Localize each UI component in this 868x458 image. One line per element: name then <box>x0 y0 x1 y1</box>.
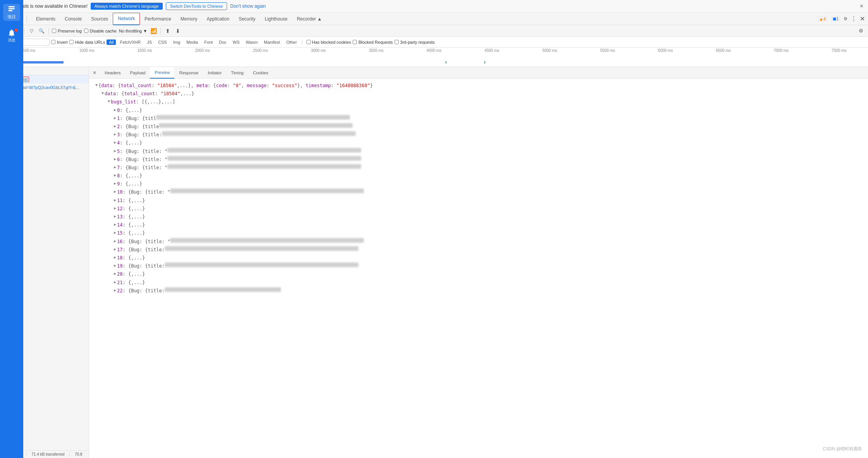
json-item-2: ▶ 2 : {Bug: {title <box>95 123 862 131</box>
inspector-tab-initiator[interactable]: Initiator <box>203 67 226 79</box>
item-1-index: 1 <box>117 115 120 122</box>
network-settings-icon[interactable]: ⚙ <box>857 27 865 35</box>
inspector-tab-timing[interactable]: Timing <box>226 67 248 79</box>
third-party-label[interactable]: 3rd-party requests <box>394 40 435 45</box>
item-6-triangle[interactable]: ▶ <box>114 156 116 162</box>
tab-elements[interactable]: Elements <box>31 13 60 25</box>
hide-data-urls-checkbox[interactable] <box>69 40 74 44</box>
tab-console[interactable]: Console <box>60 13 86 25</box>
search-button[interactable]: 🔍 <box>38 27 45 35</box>
item-20-triangle[interactable]: ▶ <box>114 271 116 277</box>
item-7-triangle[interactable]: ▶ <box>114 164 116 170</box>
item-9-triangle[interactable]: ▶ <box>114 180 116 187</box>
filter-manifest-btn[interactable]: Manifest <box>262 39 282 45</box>
wifi-icon[interactable]: 📶 <box>150 27 157 35</box>
hide-data-urls-label[interactable]: Hide data URLs <box>69 40 105 45</box>
item-16-blurred <box>170 238 364 243</box>
item-16-triangle[interactable]: ▶ <box>114 238 116 244</box>
item-19-triangle[interactable]: ▶ <box>114 262 116 269</box>
item-4-triangle[interactable]: ▶ <box>114 139 116 146</box>
filter-other-btn[interactable]: Other <box>284 39 300 45</box>
item-2-triangle[interactable]: ▶ <box>114 123 116 129</box>
throttle-select[interactable]: No throttling ▼ <box>119 29 147 33</box>
more-options-icon[interactable]: ⋮ <box>851 15 857 22</box>
item-3-colon: : {Bug: {title: <box>120 131 162 139</box>
item-9-index: 9 <box>117 180 120 188</box>
close-devtools-icon[interactable]: ✕ <box>860 15 865 22</box>
item-18-colon: : {,...} <box>122 254 145 262</box>
third-party-checkbox[interactable] <box>394 40 399 44</box>
filter-img-btn[interactable]: Img <box>171 39 183 45</box>
import-icon[interactable]: ⬆ <box>164 27 172 35</box>
has-blocked-label[interactable]: Has blocked cookies <box>307 40 351 45</box>
filter-fetch-btn[interactable]: Fetch/XHR <box>117 39 143 45</box>
item-0-triangle[interactable]: ▶ <box>114 107 116 113</box>
filter-js-btn[interactable]: JS <box>145 39 154 45</box>
has-blocked-checkbox[interactable] <box>307 40 311 44</box>
item-14-triangle[interactable]: ▶ <box>114 221 116 228</box>
disable-cache-checkbox[interactable] <box>84 29 88 33</box>
invert-checkbox[interactable] <box>51 40 55 44</box>
filter-doc-btn[interactable]: Doc <box>217 39 229 45</box>
inspector-close-icon[interactable]: ✕ <box>91 69 98 77</box>
settings-icon[interactable]: ⚙ <box>844 16 847 21</box>
json-item-10: ▶ 10 : {Bug: {title: " <box>95 188 862 196</box>
bugs-list-triangle[interactable]: ▼ <box>108 98 110 105</box>
item-8-triangle[interactable]: ▶ <box>114 172 116 178</box>
tab-security[interactable]: Security <box>234 13 260 25</box>
filter-font-btn[interactable]: Font <box>202 39 215 45</box>
filter-icon[interactable]: ▽ <box>28 27 35 35</box>
item-12-triangle[interactable]: ▶ <box>114 205 116 211</box>
tab-recorder[interactable]: Recorder ▲ <box>292 13 327 25</box>
item-15-colon: : {,...} <box>122 230 145 237</box>
item-13-triangle[interactable]: ▶ <box>114 213 116 220</box>
item-15-triangle[interactable]: ▶ <box>114 230 116 236</box>
item-10-triangle[interactable]: ▶ <box>114 189 116 195</box>
inspector-tab-headers[interactable]: Headers <box>100 67 126 79</box>
root-triangle[interactable]: ▼ <box>95 82 98 88</box>
banner-close-icon[interactable]: × <box>860 3 863 10</box>
timeline-label-1500: 1500 ms <box>116 48 174 53</box>
inspector-tab-preview[interactable]: Preview <box>150 67 174 79</box>
blocked-requests-checkbox[interactable] <box>353 40 357 44</box>
timeline-label-5000: 5000 ms <box>521 48 579 53</box>
filter-media-btn[interactable]: Media <box>184 39 200 45</box>
item-20-index: 20 <box>117 271 122 278</box>
sidebar-project-icon[interactable]: 项目 <box>3 4 20 21</box>
sidebar-notification[interactable]: 消息 <box>3 27 20 44</box>
tab-application[interactable]: Application <box>202 13 234 25</box>
inspector-tab-response[interactable]: Response <box>174 67 203 79</box>
always-match-language-button[interactable]: Always match Chrome's language <box>91 3 163 10</box>
preserve-log-label[interactable]: Preserve log <box>52 29 82 33</box>
filter-ws-btn[interactable]: WS <box>231 39 242 45</box>
filter-wasm-btn[interactable]: Wasm <box>243 39 260 45</box>
invert-label[interactable]: Invert <box>51 40 68 45</box>
item-11-triangle[interactable]: ▶ <box>114 197 116 203</box>
data-triangle[interactable]: ▼ <box>102 90 104 96</box>
item-3-triangle[interactable]: ▶ <box>114 131 116 137</box>
filter-css-btn[interactable]: CSS <box>156 39 169 45</box>
tab-lighthouse[interactable]: Lighthouse <box>260 13 292 25</box>
inspector-tab-payload[interactable]: Payload <box>126 67 150 79</box>
switch-to-chinese-button[interactable]: Switch DevTools to Chinese <box>166 2 227 10</box>
export-icon[interactable]: ⬇ <box>174 27 182 35</box>
item-18-triangle[interactable]: ▶ <box>114 254 116 261</box>
item-22-triangle[interactable]: ▶ <box>114 287 116 293</box>
item-17-triangle[interactable]: ▶ <box>114 246 116 252</box>
timeline-label-4500: 4500 ms <box>463 48 521 53</box>
tab-sources[interactable]: Sources <box>86 13 113 25</box>
inspector-tab-cookies[interactable]: Cookies <box>248 67 273 79</box>
tab-network[interactable]: Network <box>113 13 140 25</box>
item-1-triangle[interactable]: ▶ <box>114 115 116 121</box>
item-5-triangle[interactable]: ▶ <box>114 148 116 154</box>
preserve-log-checkbox[interactable] <box>52 29 56 33</box>
item-22-colon: : {Bug: {title: <box>122 287 164 295</box>
disable-cache-label[interactable]: Disable cache <box>84 29 117 33</box>
item-15-index: 15 <box>117 230 122 237</box>
dont-show-again-link[interactable]: Don't show again <box>230 3 266 9</box>
item-21-triangle[interactable]: ▶ <box>114 279 116 285</box>
tab-memory[interactable]: Memory <box>176 13 202 25</box>
tab-performance[interactable]: Performance <box>140 13 176 25</box>
filter-all-btn[interactable]: All <box>107 39 116 45</box>
blocked-requests-label[interactable]: Blocked Requests <box>353 40 393 45</box>
